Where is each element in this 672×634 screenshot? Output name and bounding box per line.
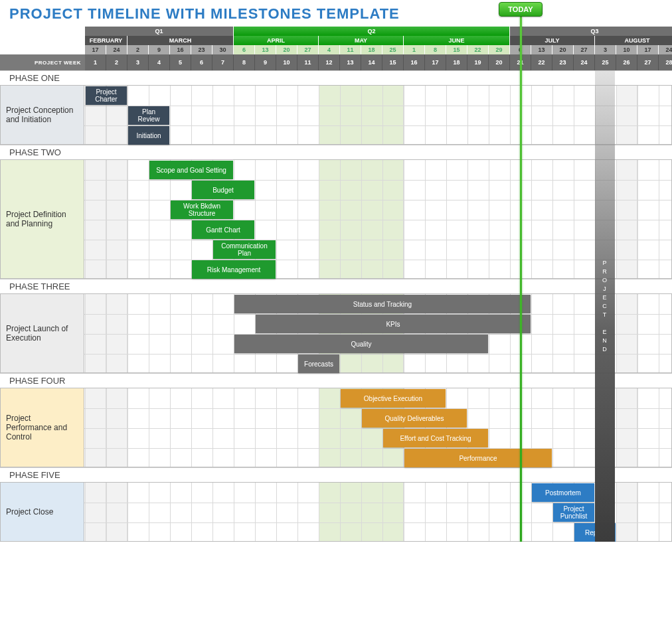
task-bar[interactable]: Budget (192, 181, 254, 199)
phase-section: Project Conception and InitiationProject… (0, 85, 672, 145)
task-bar[interactable]: Initiation (128, 126, 169, 145)
phase-title: PHASE TWO (0, 145, 672, 159)
date-cell: 8 (425, 45, 446, 54)
phase-section: Project ClosePostmortemProject Punchlist… (0, 482, 672, 542)
phase-title: PHASE FOUR (0, 373, 672, 388)
task-bar[interactable]: Forecasts (298, 355, 339, 373)
date-cell: 17 (637, 45, 659, 54)
section-label: Project Definition and Planning (1, 160, 84, 278)
task-bar[interactable]: Objective Execution (341, 389, 446, 408)
phase-title: PHASE ONE (0, 70, 672, 85)
phase-section: Project Definition and PlanningScope and… (0, 159, 672, 279)
task-bar[interactable]: Quality Deliverables (362, 409, 467, 428)
task-bar[interactable]: Performance (404, 449, 552, 467)
date-cell: 3 (595, 45, 616, 54)
section-label: Project Performance and Control (1, 388, 84, 467)
phase-section: Project Performance and ControlObjective… (0, 388, 672, 467)
task-bar[interactable]: Project Charter (86, 86, 127, 105)
header-quarters: Q1Q2Q3 (0, 27, 672, 36)
week-cell: 28 (659, 54, 672, 70)
header-project-week: PROJECT WEEK 123456789101112131415161718… (0, 54, 672, 70)
week-cell: 2 (106, 54, 127, 70)
project-week-label: PROJECT WEEK (0, 54, 85, 70)
month-cell: MAY (319, 36, 404, 45)
date-cell: 27 (574, 45, 595, 54)
week-cell: 24 (574, 54, 595, 70)
date-cell: 4 (319, 45, 340, 54)
phase-title: PHASE FIVE (0, 467, 672, 482)
today-badge: TODAY (499, 2, 543, 17)
month-cell: FEBRUARY (85, 36, 127, 45)
task-bar[interactable]: Gantt Chart (192, 220, 254, 239)
week-cell: 16 (404, 54, 425, 70)
week-cell: 19 (467, 54, 489, 70)
task-bar[interactable]: Postmortem (532, 483, 594, 502)
week-cell: 6 (191, 54, 212, 70)
task-bar[interactable]: Work Bkdwn Structure (171, 200, 233, 219)
week-cell: 18 (446, 54, 467, 70)
week-cell: 11 (297, 54, 319, 70)
date-cell: 20 (276, 45, 297, 54)
week-cell: 26 (616, 54, 637, 70)
phase-section: Project Launch of ExecutionStatus and Tr… (0, 293, 672, 373)
date-cell: 24 (659, 45, 672, 54)
date-cell: 2 (127, 45, 149, 54)
phase-title: PHASE THREE (0, 279, 672, 293)
header-dates: 1724291623306132027411182518152229613202… (0, 45, 672, 54)
quarter-cell: Q2 (234, 27, 510, 36)
task-bar[interactable]: Communication Plan (213, 240, 276, 259)
date-cell: 20 (552, 45, 574, 54)
date-cell: 18 (361, 45, 382, 54)
week-cell: 27 (637, 54, 659, 70)
task-bar[interactable]: Status and Tracking (234, 295, 531, 313)
today-line (520, 17, 522, 542)
date-cell: 17 (85, 45, 106, 54)
week-cell: 15 (382, 54, 404, 70)
week-cell: 12 (319, 54, 340, 70)
date-cell: 23 (191, 45, 212, 54)
week-cell: 25 (595, 54, 616, 70)
section-label: Project Close (1, 483, 84, 541)
week-cell: 5 (170, 54, 191, 70)
date-cell: 13 (531, 45, 552, 54)
week-cell: 13 (340, 54, 361, 70)
quarter-cell: Q3 (510, 27, 672, 36)
week-cell: 17 (425, 54, 446, 70)
week-cell: 7 (212, 54, 234, 70)
month-cell: JUNE (404, 36, 510, 45)
week-cell: 23 (552, 54, 574, 70)
date-cell: 15 (446, 45, 467, 54)
week-cell: 8 (234, 54, 255, 70)
section-label: Project Conception and Initiation (1, 86, 84, 144)
date-cell: 9 (149, 45, 170, 54)
header-months: FEBRUARYMARCHAPRILMAYJUNEJULYAUGUST (0, 36, 672, 45)
project-end-bar: PROJECT END (595, 70, 615, 542)
month-cell: APRIL (234, 36, 319, 45)
task-bar[interactable]: Effort and Cost Tracking (383, 429, 488, 447)
timeline-body: PHASE ONEProject Conception and Initiati… (0, 70, 672, 542)
date-cell: 22 (467, 45, 489, 54)
date-cell: 16 (170, 45, 191, 54)
task-bar[interactable]: KPIs (256, 315, 531, 333)
month-cell: AUGUST (595, 36, 672, 45)
task-bar[interactable]: Risk Management (192, 260, 276, 279)
date-cell: 1 (404, 45, 425, 54)
date-cell: 13 (255, 45, 276, 54)
week-cell: 14 (361, 54, 382, 70)
date-cell: 11 (340, 45, 361, 54)
quarter-cell: Q1 (85, 27, 234, 36)
date-cell: 10 (616, 45, 637, 54)
date-cell: 29 (489, 45, 510, 54)
month-cell: JULY (510, 36, 595, 45)
month-cell: MARCH (127, 36, 234, 45)
task-bar[interactable]: Project Punchlist (553, 503, 594, 522)
task-bar[interactable]: Scope and Goal Setting (149, 161, 233, 179)
page-title: PROJECT TIMELINE WITH MILESTONES TEMPLAT… (0, 0, 672, 27)
task-bar[interactable]: Quality (234, 335, 488, 353)
date-cell: 27 (297, 45, 319, 54)
task-bar[interactable]: Plan Review (128, 106, 169, 125)
date-cell: 6 (234, 45, 255, 54)
date-cell: 25 (382, 45, 404, 54)
week-cell: 9 (255, 54, 276, 70)
week-cell: 10 (276, 54, 297, 70)
